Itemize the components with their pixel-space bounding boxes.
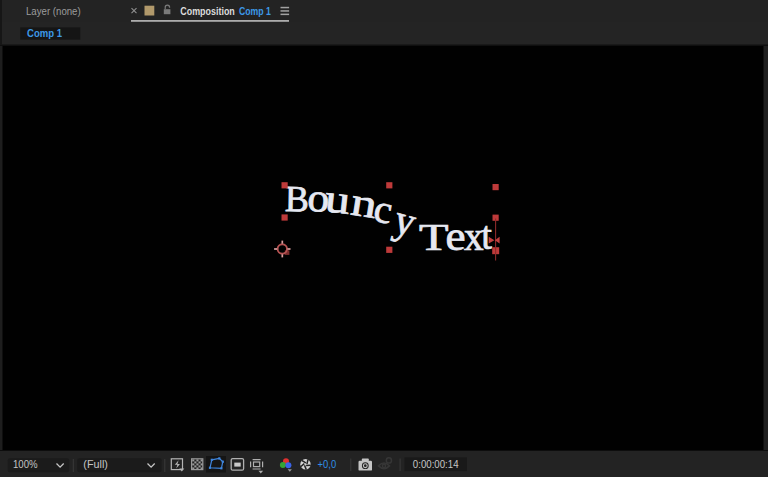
svg-text:+0,0: +0,0 [318, 458, 337, 470]
svg-text:t: t [481, 213, 492, 257]
svg-text:Comp 1: Comp 1 [27, 27, 62, 39]
svg-text:(Full): (Full) [83, 459, 108, 470]
svg-text:0:00:00:14: 0:00:00:14 [413, 458, 459, 470]
svg-text:T: T [419, 217, 448, 257]
svg-text:Composition: Composition [180, 5, 235, 17]
svg-text:100%: 100% [13, 459, 38, 470]
svg-text:e: e [445, 215, 465, 259]
svg-text:Comp 1: Comp 1 [239, 5, 271, 17]
svg-text:Layer (none): Layer (none) [26, 5, 81, 17]
